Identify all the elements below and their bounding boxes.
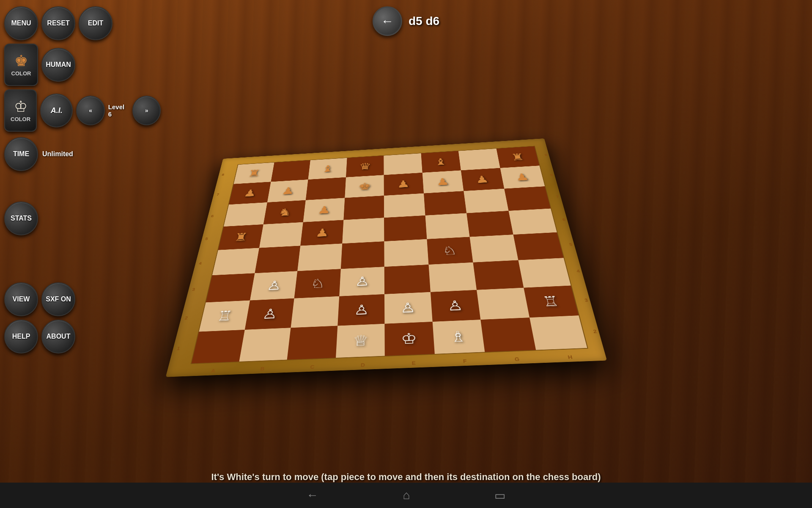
chess-cell[interactable] — [504, 186, 551, 211]
chess-cell[interactable] — [425, 213, 469, 239]
about-button[interactable]: ABOUT — [41, 320, 75, 353]
chess-cell[interactable] — [306, 177, 346, 200]
chess-cell[interactable] — [428, 262, 477, 292]
last-move-text: d5 d6 — [409, 14, 439, 28]
chess-cell[interactable]: ♕ — [336, 324, 385, 358]
chess-piece: ♙ — [400, 301, 416, 315]
chess-cell[interactable]: ♙ — [430, 290, 480, 322]
chess-cell[interactable] — [466, 211, 513, 237]
chess-piece: ♕ — [352, 333, 368, 348]
chess-piece: ♛ — [359, 162, 371, 171]
chess-cell[interactable] — [340, 241, 384, 269]
chess-cell[interactable]: ♟ — [303, 198, 345, 222]
chess-cell[interactable] — [384, 215, 427, 241]
chess-cell[interactable] — [342, 218, 384, 243]
stats-button[interactable]: STATS — [4, 202, 38, 235]
top-button-row: MENU RESET EDIT — [4, 6, 112, 40]
chess-cell[interactable] — [224, 202, 267, 226]
chess-cell[interactable]: ♗ — [432, 320, 485, 354]
chess-cell[interactable] — [239, 328, 291, 362]
chess-cell[interactable] — [424, 191, 467, 215]
chess-cell[interactable] — [287, 326, 337, 360]
chess-cell[interactable] — [473, 260, 523, 290]
nav-home-button[interactable]: ⌂ — [403, 489, 410, 502]
chess-piece: ♘ — [310, 277, 326, 290]
chess-cell[interactable]: ♞ — [263, 200, 305, 224]
nav-back-button[interactable]: ← — [307, 489, 318, 502]
chess-cell[interactable] — [259, 222, 303, 248]
chess-piece: ♙ — [354, 275, 369, 288]
move-indicator: ← d5 d6 — [373, 6, 439, 36]
chess-cell[interactable]: ♖ — [199, 301, 250, 332]
menu-button[interactable]: MENU — [4, 6, 38, 40]
chess-cell[interactable]: ♜ — [218, 224, 263, 250]
chess-cell[interactable]: ♙ — [337, 294, 385, 326]
board-frame: 8 7 6 5 4 3 2 1 9 8 7 6 5 4 3 2 — [166, 138, 607, 377]
player2-color-button[interactable]: ♔ COLOR — [4, 89, 37, 132]
chess-cell[interactable]: ♘ — [427, 237, 473, 265]
chess-cell[interactable] — [384, 153, 422, 175]
time-button[interactable]: TIME — [4, 137, 38, 171]
chess-cell[interactable] — [508, 209, 557, 235]
chess-cell[interactable]: ♟ — [229, 182, 271, 204]
chess-cell[interactable]: ♟ — [500, 166, 545, 188]
chess-cell[interactable]: ♙ — [384, 292, 432, 324]
chess-grid[interactable]: ♜♝♛♝♜♟♟♚♟♟♟♟♞♟♜♟♘♙♘♙♖♙♙♙♙♖♕♔♗ — [190, 146, 588, 364]
chess-cell[interactable] — [255, 246, 300, 273]
chess-cell[interactable]: ♝ — [421, 151, 461, 173]
chess-cell[interactable] — [477, 288, 529, 320]
sxf-button[interactable]: SXF ON — [41, 282, 75, 316]
chess-cell[interactable] — [518, 258, 571, 287]
chess-cell[interactable]: ♜ — [496, 146, 539, 168]
chess-cell[interactable]: ♟ — [300, 220, 343, 246]
player1-type-button[interactable]: HUMAN — [41, 48, 75, 82]
chess-piece: ♗ — [449, 329, 466, 344]
chess-cell[interactable] — [384, 193, 425, 218]
reset-button[interactable]: RESET — [41, 6, 75, 40]
chess-cell[interactable]: ♟ — [267, 179, 308, 202]
undo-button[interactable]: ← — [373, 6, 402, 36]
chess-cell[interactable] — [480, 318, 535, 352]
chess-cell[interactable]: ♝ — [308, 158, 347, 179]
chess-cell[interactable] — [206, 273, 255, 302]
nav-recent-button[interactable]: ▭ — [494, 489, 505, 502]
chess-piece: ♟ — [514, 172, 529, 182]
chess-cell[interactable] — [192, 330, 245, 363]
help-button[interactable]: HELP — [4, 320, 38, 353]
chess-cell[interactable]: ♙ — [250, 271, 298, 300]
chess-piece: ♚ — [358, 181, 371, 191]
chess-cell[interactable] — [297, 243, 342, 271]
chess-cell[interactable] — [470, 235, 518, 262]
chess-cell[interactable]: ♛ — [346, 156, 384, 177]
edit-button[interactable]: EDIT — [79, 6, 112, 40]
chess-cell[interactable]: ♚ — [345, 175, 384, 198]
chess-cell[interactable]: ♔ — [384, 322, 434, 356]
level-next-button[interactable]: » — [132, 96, 161, 125]
stats-row: STATS — [4, 202, 38, 235]
chess-cell[interactable] — [271, 160, 310, 182]
chess-cell[interactable]: ♙ — [339, 267, 384, 296]
chess-cell[interactable]: ♟ — [461, 168, 504, 191]
chess-cell[interactable]: ♙ — [244, 298, 294, 330]
player2-type-button[interactable]: A.I. — [40, 94, 73, 127]
chess-cell[interactable]: ♖ — [524, 286, 579, 318]
level-prev-button[interactable]: « — [76, 96, 105, 125]
chess-cell[interactable] — [464, 189, 508, 213]
chess-cell[interactable] — [343, 196, 384, 220]
chess-piece: ♟ — [475, 174, 489, 185]
player1-color-button[interactable]: ♚ COLOR — [4, 44, 38, 86]
chess-piece: ♟ — [397, 179, 410, 189]
chess-cell[interactable]: ♟ — [384, 173, 424, 196]
chess-board-area[interactable]: 8 7 6 5 4 3 2 1 9 8 7 6 5 4 3 2 — [63, 8, 719, 389]
chess-cell[interactable]: ♘ — [294, 269, 341, 298]
chess-cell[interactable] — [513, 232, 564, 260]
chess-cell[interactable]: ♟ — [422, 170, 464, 193]
chess-cell[interactable]: ♜ — [234, 163, 274, 184]
chess-cell[interactable] — [212, 248, 259, 276]
chess-cell[interactable] — [384, 239, 428, 267]
chess-cell[interactable] — [458, 149, 500, 170]
chess-cell[interactable] — [291, 296, 339, 328]
view-button[interactable]: VIEW — [4, 282, 38, 316]
chess-cell[interactable] — [529, 315, 587, 350]
chess-cell[interactable] — [384, 265, 431, 294]
